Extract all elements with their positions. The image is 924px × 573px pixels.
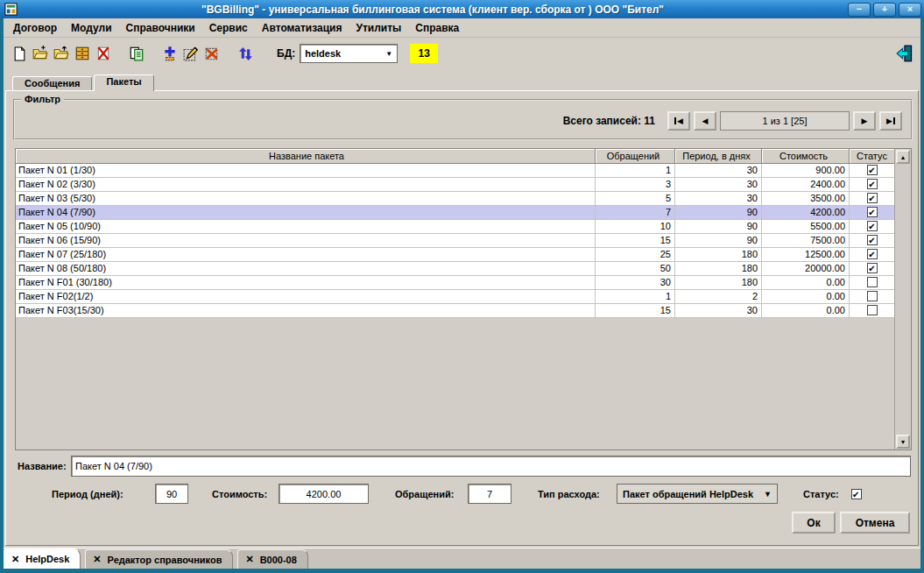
records-total: Всего записей: 11 xyxy=(563,115,655,127)
row-status-checkbox[interactable]: ✔ xyxy=(867,179,878,189)
dialog-buttons: Ок Отмена xyxy=(6,512,918,534)
table-row[interactable]: Пакет N F03(15/30)15300.00 xyxy=(16,304,895,318)
table-row[interactable]: Пакет N 01 (1/30)130900.00✔ xyxy=(16,164,895,178)
menu-item-4[interactable]: Автоматизация xyxy=(256,20,349,36)
page-indicator[interactable]: 1 из 1 [25] xyxy=(720,111,850,131)
row-status-checkbox[interactable] xyxy=(867,305,878,315)
row-status-checkbox[interactable]: ✔ xyxy=(867,193,878,203)
maximize-button[interactable]: + xyxy=(873,3,896,17)
tab-packages[interactable]: Пакеты xyxy=(94,74,153,91)
copy-document-icon[interactable] xyxy=(126,43,147,64)
new-document-icon[interactable] xyxy=(9,43,30,64)
close-icon[interactable]: ✕ xyxy=(245,554,253,565)
taskbar-tab[interactable]: ✕HelpDesk xyxy=(4,548,81,569)
menu-item-0[interactable]: Договор xyxy=(7,20,63,36)
calls-input[interactable] xyxy=(468,484,511,504)
taskbar-tab[interactable]: ✕B000-08 xyxy=(237,549,307,569)
column-header-calls[interactable]: Обращений xyxy=(596,149,675,164)
cell-cost: 0.00 xyxy=(762,304,850,318)
prev-page-button[interactable]: ◀ xyxy=(694,111,716,131)
cell-calls: 3 xyxy=(596,178,675,192)
cell-period: 30 xyxy=(675,178,762,192)
menu-item-6[interactable]: Справка xyxy=(409,20,465,36)
row-status-checkbox[interactable]: ✔ xyxy=(867,221,878,231)
open-folder-up-icon[interactable] xyxy=(51,43,72,64)
application-window: "BGBilling" - универсальная биллинговая … xyxy=(0,0,924,573)
table-row[interactable]: Пакет N F02(1/2)120.00 xyxy=(16,290,895,304)
app-icon xyxy=(4,3,18,16)
table-row[interactable]: Пакет N 02 (3/30)3302400.00✔ xyxy=(16,178,895,192)
cost-input[interactable] xyxy=(279,484,369,504)
column-header-name[interactable]: Название пакета xyxy=(16,149,596,164)
prev-page-icon: ◀ xyxy=(702,117,709,125)
tab-messages[interactable]: Сообщения xyxy=(12,76,92,91)
table-row[interactable]: Пакет N 08 (50/180)5018020000.00✔ xyxy=(16,262,895,276)
table-row[interactable]: Пакет N 06 (15/90)15907500.00✔ xyxy=(16,234,895,248)
close-icon[interactable]: ✕ xyxy=(93,554,101,565)
ok-button[interactable]: Ок xyxy=(792,512,836,534)
cell-period: 90 xyxy=(675,220,762,234)
scroll-up-icon[interactable]: ▲ xyxy=(896,150,910,164)
cell-cost: 7500.00 xyxy=(762,234,850,248)
open-folder-icon[interactable] xyxy=(30,43,51,64)
cancel-button[interactable]: Отмена xyxy=(840,512,910,534)
details-form-row: Период (дней): Стоимость: Обращений: Тип… xyxy=(6,484,918,505)
name-label: Название: xyxy=(18,461,67,471)
row-status-checkbox[interactable]: ✔ xyxy=(867,249,878,259)
last-page-icon xyxy=(893,117,895,124)
cell-name: Пакет N 05 (10/90) xyxy=(16,220,596,234)
cell-name: Пакет N 03 (5/30) xyxy=(16,192,596,206)
chevron-down-icon: ▼ xyxy=(764,490,772,499)
row-status-checkbox[interactable] xyxy=(867,277,878,287)
status-checkbox[interactable]: ✔ xyxy=(851,489,862,499)
table-row[interactable]: Пакет N 03 (5/30)5303500.00✔ xyxy=(16,192,895,206)
scroll-down-icon[interactable]: ▼ xyxy=(896,435,910,449)
column-header-cost[interactable]: Стоимость xyxy=(762,149,850,164)
cell-name: Пакет N 02 (3/30) xyxy=(16,178,596,192)
pagination: Всего записей: 11 ◀ ◀ 1 из 1 [25] ▶ ▶ xyxy=(563,111,902,131)
minimize-button[interactable]: − xyxy=(848,3,871,17)
name-input[interactable] xyxy=(71,456,911,477)
cell-period: 90 xyxy=(675,234,762,248)
menu-item-3[interactable]: Сервис xyxy=(203,20,254,36)
menu-item-5[interactable]: Утилиты xyxy=(349,20,407,36)
exit-icon[interactable] xyxy=(894,43,915,64)
close-button[interactable]: × xyxy=(899,3,921,17)
vertical-scrollbar[interactable]: ▲ ▼ xyxy=(894,149,911,449)
column-header-status[interactable]: Статус xyxy=(850,149,895,164)
remove-item-icon[interactable] xyxy=(201,43,222,64)
last-page-button[interactable]: ▶ xyxy=(879,111,902,131)
period-input[interactable] xyxy=(155,484,188,504)
column-header-period[interactable]: Период, в днях xyxy=(675,149,762,164)
expense-type-dropdown[interactable]: Пакет обращений HelpDesk ▼ xyxy=(617,484,778,504)
archive-drawer-icon[interactable] xyxy=(72,43,93,64)
next-page-button[interactable]: ▶ xyxy=(853,111,876,131)
expense-type-value: Пакет обращений HelpDesk xyxy=(623,489,753,499)
calls-label: Обращений: xyxy=(395,489,454,499)
row-status-checkbox[interactable] xyxy=(867,291,878,301)
table-row[interactable]: Пакет N 07 (25/180)2518012500.00✔ xyxy=(16,248,895,262)
status-label: Статус: xyxy=(803,489,839,499)
cell-name: Пакет N 04 (7/90) xyxy=(16,206,596,220)
table-row[interactable]: Пакет N 04 (7/90)7904200.00✔ xyxy=(16,206,895,220)
row-status-checkbox[interactable]: ✔ xyxy=(867,263,878,273)
close-icon[interactable]: ✕ xyxy=(11,554,19,565)
cell-cost: 0.00 xyxy=(762,276,850,290)
row-status-checkbox[interactable]: ✔ xyxy=(867,207,878,217)
cell-period: 30 xyxy=(675,304,762,318)
taskbar: ✕HelpDesk✕Редактор справочников✕B000-08 xyxy=(4,548,920,569)
add-item-icon[interactable] xyxy=(159,43,180,64)
cell-status: ✔ xyxy=(850,262,895,276)
table-row[interactable]: Пакет N 05 (10/90)10905500.00✔ xyxy=(16,220,895,234)
row-status-checkbox[interactable]: ✔ xyxy=(867,165,878,175)
taskbar-tab[interactable]: ✕Редактор справочников xyxy=(85,549,233,569)
table-row[interactable]: Пакет N F01 (30/180)301800.00 xyxy=(16,276,895,290)
db-dropdown[interactable]: heldesk ▼ xyxy=(300,44,398,63)
menu-item-1[interactable]: Модули xyxy=(65,20,117,36)
delete-document-icon[interactable] xyxy=(93,43,114,64)
row-status-checkbox[interactable]: ✔ xyxy=(867,235,878,245)
first-page-button[interactable]: ◀ xyxy=(667,111,690,131)
refresh-icon[interactable] xyxy=(235,43,256,64)
menu-item-2[interactable]: Справочники xyxy=(120,20,201,36)
edit-item-icon[interactable] xyxy=(180,43,201,64)
